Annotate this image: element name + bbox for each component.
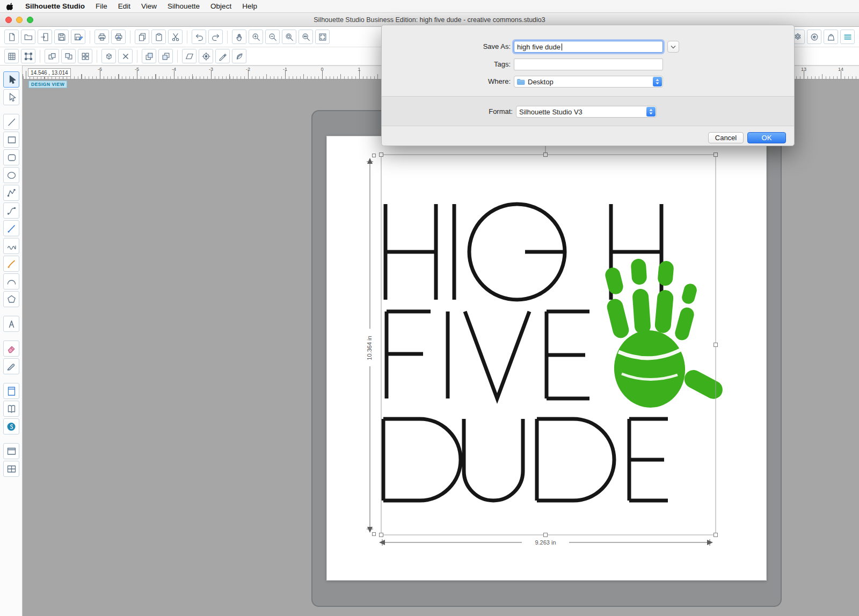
menu-item-silhouette[interactable]: Silhouette bbox=[168, 2, 200, 10]
save-button[interactable] bbox=[54, 30, 69, 44]
delete-button[interactable] bbox=[118, 49, 133, 63]
save-as-icon bbox=[74, 32, 83, 42]
pixscan-icon bbox=[235, 52, 244, 61]
new-document-icon bbox=[7, 32, 17, 42]
convert-3d-icon bbox=[104, 52, 114, 61]
expand-dialog-button[interactable] bbox=[667, 41, 679, 53]
redo-button[interactable] bbox=[208, 30, 223, 44]
send-backward-button[interactable] bbox=[158, 49, 173, 63]
rect-button[interactable] bbox=[3, 132, 19, 148]
send-to-printer-button[interactable] bbox=[111, 30, 126, 44]
drag-zoom-icon bbox=[301, 32, 311, 42]
draw-squiggle-button[interactable] bbox=[3, 238, 19, 254]
shear-button[interactable] bbox=[182, 49, 196, 63]
zoom-in-icon bbox=[251, 32, 261, 42]
arc-button[interactable] bbox=[3, 273, 19, 289]
ellipse-button[interactable] bbox=[3, 167, 19, 183]
edit-points-icon bbox=[6, 92, 17, 103]
transform-handles-button[interactable] bbox=[21, 49, 35, 63]
convert-3d-button[interactable] bbox=[101, 49, 116, 63]
save-as-button[interactable] bbox=[71, 30, 85, 44]
rounded-rect-button[interactable] bbox=[3, 149, 19, 165]
popup-stepper-icon bbox=[653, 77, 662, 86]
minimize-window-button[interactable] bbox=[16, 17, 23, 23]
draw-smooth-button[interactable] bbox=[3, 256, 19, 272]
library-icon bbox=[810, 32, 819, 42]
menu-item-help[interactable]: Help bbox=[242, 2, 257, 10]
zoom-in-button[interactable] bbox=[249, 30, 263, 44]
design-canvas[interactable] bbox=[23, 79, 859, 616]
text-button[interactable] bbox=[3, 316, 19, 332]
filename-value: high five dude bbox=[517, 43, 560, 51]
pan-button[interactable] bbox=[232, 30, 246, 44]
silhouette-logo-button[interactable] bbox=[3, 418, 19, 434]
eraser-button[interactable] bbox=[3, 340, 19, 357]
cut-button[interactable] bbox=[168, 30, 183, 44]
line-button[interactable] bbox=[3, 114, 19, 130]
fold-book-icon bbox=[6, 403, 17, 414]
toolbar-separator bbox=[0, 334, 22, 339]
knife-icon bbox=[6, 361, 17, 372]
curve-button[interactable] bbox=[3, 202, 19, 219]
copy-button[interactable] bbox=[135, 30, 149, 44]
library-button[interactable] bbox=[807, 30, 821, 44]
menu-item-view[interactable]: View bbox=[141, 2, 157, 10]
menu-app-name[interactable]: Silhouette Studio bbox=[25, 2, 85, 10]
new-document-button[interactable] bbox=[4, 30, 19, 44]
zoom-window-button[interactable] bbox=[27, 17, 33, 23]
send-button[interactable] bbox=[824, 30, 838, 44]
design-view-badge[interactable]: DESIGN VIEW bbox=[28, 81, 67, 88]
duplicate-left-button[interactable] bbox=[45, 49, 59, 63]
design-page[interactable] bbox=[326, 136, 767, 581]
menu-items: FileEditViewSilhouetteObjectHelp bbox=[96, 2, 257, 10]
select-button[interactable] bbox=[3, 71, 19, 88]
zoom-selection-button[interactable] bbox=[282, 30, 296, 44]
reg-polygon-button[interactable] bbox=[3, 291, 19, 307]
drag-zoom-button[interactable] bbox=[299, 30, 313, 44]
import-icon bbox=[40, 32, 50, 42]
tool-panel bbox=[0, 66, 23, 616]
registration-marks-button[interactable] bbox=[199, 49, 213, 63]
open-button[interactable] bbox=[21, 30, 35, 44]
draw-pen-button[interactable] bbox=[215, 49, 230, 63]
cancel-button[interactable]: Cancel bbox=[708, 132, 744, 143]
print-button[interactable] bbox=[94, 30, 109, 44]
close-window-button[interactable] bbox=[5, 17, 12, 23]
tags-input[interactable] bbox=[514, 59, 663, 70]
paste-button[interactable] bbox=[151, 30, 166, 44]
apple-icon[interactable] bbox=[6, 2, 14, 11]
copy-icon bbox=[137, 32, 147, 42]
edit-points-button[interactable] bbox=[3, 89, 19, 105]
where-popup[interactable]: Desktop bbox=[514, 76, 663, 88]
polygon-button[interactable] bbox=[3, 185, 19, 201]
grid-settings-button[interactable] bbox=[4, 49, 19, 63]
select-icon bbox=[6, 74, 17, 85]
duplicate-grid-button[interactable] bbox=[78, 49, 92, 63]
pixscan-button[interactable] bbox=[232, 49, 246, 63]
knife-button[interactable] bbox=[3, 358, 19, 374]
fold-book-button[interactable] bbox=[3, 401, 19, 417]
toolbar-separator bbox=[40, 50, 40, 63]
zoom-out-icon bbox=[268, 32, 278, 42]
delete-icon bbox=[121, 52, 130, 61]
page-setup-button[interactable] bbox=[3, 383, 19, 399]
ruler-number: -4 bbox=[172, 67, 176, 72]
draw-freehand-button[interactable] bbox=[3, 220, 19, 236]
duplicate-right-button[interactable] bbox=[61, 49, 76, 63]
filename-input[interactable]: high five dude bbox=[514, 41, 663, 53]
mat-window-button[interactable] bbox=[3, 443, 19, 459]
format-popup[interactable]: Silhouette Studio V3 bbox=[516, 106, 657, 118]
zoom-out-button[interactable] bbox=[265, 30, 280, 44]
send-icon bbox=[826, 32, 836, 42]
menu-item-object[interactable]: Object bbox=[210, 2, 231, 10]
menu-item-edit[interactable]: Edit bbox=[118, 2, 130, 10]
ok-button[interactable]: OK bbox=[747, 132, 786, 143]
grid-table-button[interactable] bbox=[3, 461, 19, 477]
import-button[interactable] bbox=[38, 30, 52, 44]
bring-forward-button[interactable] bbox=[142, 49, 156, 63]
undo-button[interactable] bbox=[192, 30, 206, 44]
fit-to-page-button[interactable] bbox=[315, 30, 330, 44]
toolbar-separator bbox=[0, 309, 22, 314]
menu-item-file[interactable]: File bbox=[96, 2, 107, 10]
panel-toggle-button[interactable] bbox=[840, 30, 855, 44]
